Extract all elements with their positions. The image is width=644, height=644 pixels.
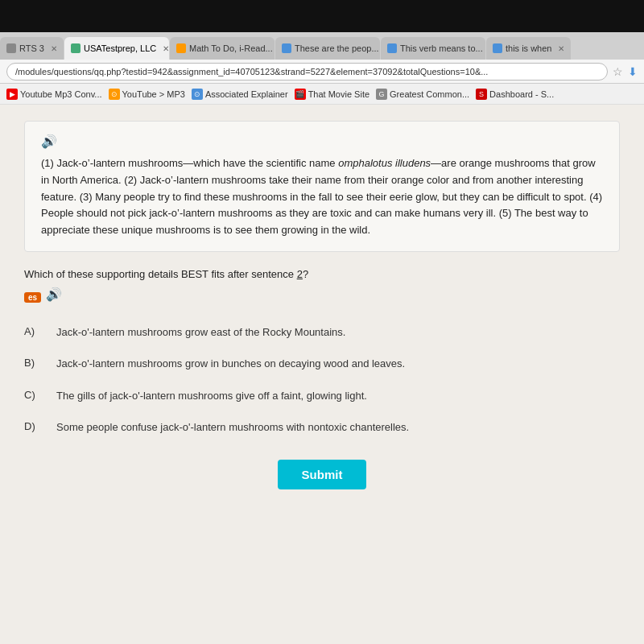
tab-label-mathtodo: Math To Do, i-Read... [189,43,273,53]
bookmark-icon-assoc: ⊙ [192,89,203,100]
answer-text-c: The gills of jack-o'-lantern mushrooms g… [56,388,367,404]
answer-row-c[interactable]: C) The gills of jack-o'-lantern mushroom… [24,388,620,404]
tab-favicon-usatestprep [71,43,80,53]
answer-text-a: Jack-o'-lantern mushrooms grow east of t… [56,324,345,341]
tab-favicon-verb [387,43,397,53]
bookmark-icon-movie: 🎬 [295,89,306,100]
bookmarks-bar: ▶ Youtube Mp3 Conv... ⊙ YouTube > MP3 ⊙ … [0,84,644,105]
bookmark-label-assoc: Associated Explainer [205,89,288,99]
tab-label-verb: This verb means to... [400,43,483,53]
passage-box: 🔊 (1) Jack-o’-lantern mushrooms—which ha… [24,121,620,252]
address-bar: ☆ ⬇ [0,60,644,84]
answer-row-d[interactable]: D) Some people confuse jack-o'-lantern m… [24,419,620,436]
download-icon[interactable]: ⬇ [628,65,638,78]
tab-mathtodo[interactable]: Math To Do, i-Read... ✕ [170,37,275,60]
tab-label-when: this is when [506,43,551,53]
question-text: Which of these supporting details BEST f… [24,268,620,280]
tab-favicon-mathtodo [176,43,186,53]
answer-text-b: Jack-o'-lantern mushrooms grow in bunche… [56,356,405,372]
tab-thesearethepeopl[interactable]: These are the peop... ✕ [275,37,380,60]
es-badge: es [24,292,41,303]
answer-letter-b: B) [24,356,40,369]
submit-area: Submit [24,460,620,489]
bookmark-star-icon[interactable]: ☆ [613,65,623,78]
tab-thisverbmeans[interactable]: This verb means to... ✕ [381,37,485,60]
bookmark-icon-yt-mp3: ⊙ [109,89,120,100]
answer-text-d: Some people confuse jack-o'-lantern mush… [56,419,409,436]
bookmark-youtube-mp3[interactable]: ⊙ YouTube > MP3 [109,89,185,100]
tab-thisiswhen[interactable]: this is when ✕ [486,37,571,60]
question-controls: es 🔊 [24,287,620,308]
top-bar [0,0,644,32]
tab-favicon-when [493,43,502,53]
bookmark-greatest-common[interactable]: G Greatest Common... [376,89,469,100]
answer-letter-d: D) [24,419,40,432]
bookmark-icon-gcf: G [376,89,387,100]
tab-label-rts3: RTS 3 [19,43,44,53]
bookmark-youtube-mp3-conv[interactable]: ▶ Youtube Mp3 Conv... [6,89,102,100]
bookmark-icon-youtube-conv: ▶ [6,89,18,100]
tab-favicon-rts3 [6,43,16,53]
answer-letter-a: A) [24,324,40,337]
tab-label-usatestprep: USATestprep, LLC [84,43,156,53]
bookmark-label-youtube-conv: Youtube Mp3 Conv... [20,89,102,99]
bookmark-icon-dashboard: S [476,89,487,100]
bookmark-that-movie-site[interactable]: 🎬 That Movie Site [295,89,369,100]
submit-button[interactable]: Submit [278,460,367,489]
tab-close-rts3[interactable]: ✕ [51,44,57,53]
passage-audio-icon[interactable]: 🔊 [41,134,57,149]
answer-row-a[interactable]: A) Jack-o'-lantern mushrooms grow east o… [24,324,620,341]
tab-usatestprep[interactable]: USATestprep, LLC ✕ [64,37,169,60]
sentence-number: 2 [297,268,303,280]
tab-bar: RTS 3 ✕ USATestprep, LLC ✕ Math To Do, i… [0,32,644,60]
tab-close-when[interactable]: ✕ [558,44,564,53]
answer-choices: A) Jack-o'-lantern mushrooms grow east o… [24,324,620,436]
answer-row-b[interactable]: B) Jack-o'-lantern mushrooms grow in bun… [24,356,620,372]
bookmark-label-yt-mp3: YouTube > MP3 [122,89,185,99]
tab-favicon-these [282,43,291,53]
passage-text: (1) Jack-o’-lantern mushrooms—which have… [41,155,603,239]
bookmark-label-gcf: Greatest Common... [390,89,469,99]
tab-rts3[interactable]: RTS 3 ✕ [0,37,64,60]
tab-label-these: These are the peop... [295,43,379,53]
address-input[interactable] [6,63,608,80]
tab-close-usatestprep[interactable]: ✕ [163,44,169,53]
answer-letter-c: C) [24,388,40,401]
bookmark-label-movie: That Movie Site [308,89,369,99]
page-content: 🔊 (1) Jack-o’-lantern mushrooms—which ha… [0,105,644,644]
browser-window: RTS 3 ✕ USATestprep, LLC ✕ Math To Do, i… [0,32,644,644]
bookmark-associated-explainer[interactable]: ⊙ Associated Explainer [192,89,288,100]
bookmark-label-dashboard: Dashboard - S... [489,89,554,99]
bookmark-dashboard[interactable]: S Dashboard - S... [476,89,554,100]
question-audio-icon[interactable]: 🔊 [46,287,62,302]
